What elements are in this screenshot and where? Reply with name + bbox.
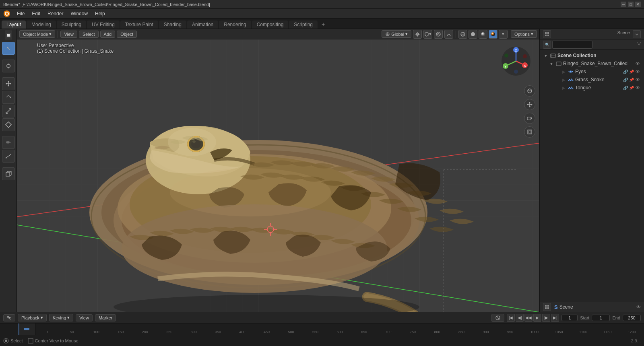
transform-tool[interactable] [2,118,15,131]
ruler-mark-550: 550 [303,330,327,335]
zoom-camera[interactable] [524,85,535,97]
measure-tool[interactable] [2,150,15,163]
tab-uv-editing[interactable]: UV Editing [87,21,120,29]
timeline-channel-1[interactable] [24,328,29,330]
play-forward[interactable]: ▶ [533,314,541,322]
start-frame-input[interactable] [592,315,610,321]
scene-select[interactable] [633,30,641,38]
jump-end[interactable]: ▶| [551,314,559,322]
tab-sculpting[interactable]: Sculpting [57,21,86,29]
grasssnake-link-icon[interactable]: 🔗 [623,78,628,82]
outliner-item-tongue[interactable]: ▶ Tongue 🔗 📌 👁 [554,84,642,92]
eyes-visibility[interactable]: 👁 [636,69,640,74]
close-button[interactable]: ✕ [635,2,641,7]
view-menu[interactable]: View [60,31,77,38]
add-cube-tool[interactable] [2,167,15,180]
overlay-btn[interactable]: Options ▾ [511,30,537,38]
wireframe-shading[interactable] [458,30,467,39]
playhead[interactable] [19,323,19,335]
timeline-ruler[interactable]: 1 50 100 150 200 250 300 350 400 450 500… [0,323,644,335]
eyes-expand[interactable]: ▶ [562,70,566,74]
scale-tool[interactable] [2,105,15,117]
tongue-expand[interactable]: ▶ [562,86,566,90]
proportional-editing[interactable] [434,30,443,39]
eyes-actions: 🔗 📌 [623,70,634,74]
scene-panel-icon[interactable] [543,303,551,311]
tab-rendering[interactable]: Rendering [219,21,251,29]
next-keyframe[interactable]: |▶ [542,314,550,322]
ortho-view[interactable] [524,126,535,138]
outliner-display-mode[interactable] [543,30,551,38]
menu-window[interactable]: Window [67,10,91,17]
grasssnake-vertex-icon[interactable]: 📌 [629,78,634,82]
prev-keyframe[interactable]: ◀| [516,314,524,322]
menu-help[interactable]: Help [92,10,108,17]
pan-camera[interactable] [524,99,535,110]
outliner-item-grasssnake[interactable]: ▶ Grass_Snake 🔗 📌 👁 [554,76,642,84]
marker-menu[interactable]: Marker [95,314,116,321]
move-tool[interactable] [2,77,15,90]
tab-scripting[interactable]: Scripting [289,21,318,29]
minimize-button[interactable]: ─ [621,2,626,7]
maximize-button[interactable]: □ [628,2,634,7]
playback-menu[interactable]: Playback ▾ [18,314,47,321]
status-select: Select [3,338,23,344]
axis-gizmo[interactable]: Z X Y [500,45,532,77]
tab-animation[interactable]: Animation [187,21,218,29]
solid-shading[interactable] [469,30,477,39]
grasssnake-visibility[interactable]: 👁 [636,77,640,82]
cursor-tool[interactable] [2,60,15,72]
collection-expand-arrow[interactable]: ▼ [544,54,548,58]
eyes-constraint-icon[interactable]: 📌 [629,70,634,74]
outliner-item-eyes[interactable]: ▶ Eyes 🔗 📌 👁 [554,68,642,76]
collection-item-snake[interactable]: ▼ Ringed_Snake_Brown_Coiled 👁 [546,60,642,68]
select-menu[interactable]: Select [79,31,99,38]
tab-texture-paint[interactable]: Texture Paint [120,21,158,29]
play-reverse[interactable]: ◀◀ [524,314,533,322]
collection-expand-sub[interactable]: ▼ [549,62,553,66]
menu-edit[interactable]: Edit [29,10,43,17]
select-tool[interactable]: ↖ [2,42,15,55]
tab-add-button[interactable]: + [318,20,328,29]
visibility-toggle-snake[interactable]: 👁 [636,61,640,66]
tongue-constraint-icon[interactable]: 📌 [629,86,634,90]
menu-file[interactable]: File [14,10,28,17]
end-frame-input[interactable] [623,315,641,321]
keying-menu[interactable]: Keying ▾ [49,314,74,321]
menu-render[interactable]: Render [44,10,66,17]
tab-modeling[interactable]: Modeling [27,21,56,29]
filter-icon[interactable]: ▽ [637,41,641,49]
mode-dropdown[interactable]: Object Mode ▾ [19,30,55,38]
annotate-tool[interactable]: ✏ [2,136,15,149]
filter-scene-objects[interactable]: 🔍 [543,41,551,49]
material-shading[interactable] [479,30,487,39]
viewport-3d[interactable]: Object Mode ▾ View Select Add Object Glo… [17,29,539,312]
jump-start[interactable]: |◀ [507,314,515,322]
camera-view[interactable] [524,113,535,124]
sync-playback[interactable] [491,314,504,322]
tab-layout[interactable]: Layout [2,21,26,29]
view-menu-timeline[interactable]: View [76,314,93,321]
add-menu[interactable]: Add [100,31,116,38]
svg-point-42 [481,32,485,36]
transform-orientation[interactable]: Global ▾ [382,30,411,38]
object-menu[interactable]: Object [117,31,137,38]
start-label: Start [580,315,589,320]
grasssnake-expand[interactable]: ▶ [562,78,566,82]
outliner-search[interactable] [552,41,592,49]
tab-compositing[interactable]: Compositing [252,21,289,29]
scene-visibility[interactable]: 👁 [636,305,641,309]
current-frame-input[interactable]: 1 [561,315,578,321]
eyes-link-icon[interactable]: 🔗 [623,70,628,74]
rotate-tool[interactable] [2,91,15,104]
tongue-link-icon[interactable]: 🔗 [623,86,628,90]
rendered-shading[interactable] [489,30,497,39]
proportional-falloff[interactable] [444,30,453,39]
snap-options[interactable]: ▾ [423,30,432,39]
tab-shading[interactable]: Shading [159,21,186,29]
timeline-mode-icon[interactable] [3,314,15,321]
shading-options[interactable]: ▾ [499,30,508,39]
svg-rect-111 [547,307,549,309]
tongue-visibility[interactable]: 👁 [636,85,640,90]
snap-toggle[interactable] [413,30,422,39]
